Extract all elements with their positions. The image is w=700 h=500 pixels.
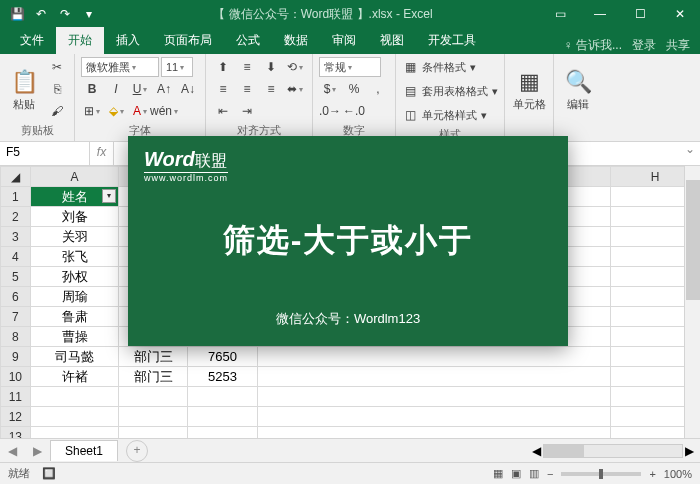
tab-layout[interactable]: 页面布局: [152, 27, 224, 54]
row-header[interactable]: 7: [1, 307, 31, 327]
font-name-select[interactable]: 微软雅黑: [81, 57, 159, 77]
align-bottom-icon[interactable]: ⬇: [260, 57, 282, 77]
login-link[interactable]: 登录: [632, 37, 656, 54]
cell[interactable]: 5253: [188, 367, 257, 387]
align-right-icon[interactable]: ≡: [260, 79, 282, 99]
tab-file[interactable]: 文件: [8, 27, 56, 54]
grow-font-icon[interactable]: A↑: [153, 79, 175, 99]
copy-icon[interactable]: ⎘: [46, 79, 68, 99]
row-header[interactable]: 1: [1, 187, 31, 207]
editing-button[interactable]: 🔍编辑: [560, 57, 596, 121]
minimize-icon[interactable]: —: [580, 0, 620, 28]
scroll-thumb[interactable]: [686, 180, 700, 300]
merge-button[interactable]: ⬌: [284, 79, 306, 99]
underline-button[interactable]: U: [129, 79, 151, 99]
tab-insert[interactable]: 插入: [104, 27, 152, 54]
undo-icon[interactable]: ↶: [34, 7, 48, 21]
cell[interactable]: [257, 347, 611, 367]
bold-button[interactable]: B: [81, 79, 103, 99]
zoom-slider[interactable]: [561, 472, 641, 476]
tab-home[interactable]: 开始: [56, 27, 104, 54]
align-top-icon[interactable]: ⬆: [212, 57, 234, 77]
tab-data[interactable]: 数据: [272, 27, 320, 54]
indent-dec-icon[interactable]: ⇤: [212, 101, 234, 121]
shrink-font-icon[interactable]: A↓: [177, 79, 199, 99]
fill-color-button[interactable]: ⬙: [105, 101, 127, 121]
tab-dev[interactable]: 开发工具: [416, 27, 488, 54]
percent-icon[interactable]: %: [343, 79, 365, 99]
view-pagebreak-icon[interactable]: ▥: [529, 467, 539, 480]
row-header[interactable]: 8: [1, 327, 31, 347]
align-left-icon[interactable]: ≡: [212, 79, 234, 99]
cell[interactable]: 曹操: [30, 327, 119, 347]
cell[interactable]: 鲁肃: [30, 307, 119, 327]
qat-more-icon[interactable]: ▾: [82, 7, 96, 21]
row-header[interactable]: 5: [1, 267, 31, 287]
cell[interactable]: 7650: [188, 347, 257, 367]
table-format-button[interactable]: ▤套用表格格式 ▾: [402, 81, 498, 101]
comma-icon[interactable]: ,: [367, 79, 389, 99]
expand-formula-icon[interactable]: ⌄: [680, 142, 700, 165]
sheet-tab[interactable]: Sheet1: [50, 440, 118, 461]
name-box[interactable]: F5: [0, 142, 90, 165]
cell[interactable]: [257, 367, 611, 387]
ribbon-options-icon[interactable]: ▭: [540, 0, 580, 28]
select-all-corner[interactable]: ◢: [1, 167, 31, 187]
row-header[interactable]: 12: [1, 407, 31, 427]
view-layout-icon[interactable]: ▣: [511, 467, 521, 480]
sheet-nav-next-icon[interactable]: ▶: [25, 444, 50, 458]
cell[interactable]: 关羽: [30, 227, 119, 247]
cell[interactable]: 司马懿: [30, 347, 119, 367]
cell-styles-button[interactable]: ◫单元格样式 ▾: [402, 105, 487, 125]
italic-button[interactable]: I: [105, 79, 127, 99]
share-button[interactable]: 共享: [666, 37, 690, 54]
hscroll-thumb[interactable]: [544, 445, 584, 457]
col-header-a[interactable]: A: [30, 167, 119, 187]
cell[interactable]: 许褚: [30, 367, 119, 387]
cells-button[interactable]: ▦单元格: [511, 57, 547, 121]
dec-decimal-icon[interactable]: ←.0: [343, 101, 365, 121]
view-normal-icon[interactable]: ▦: [493, 467, 503, 480]
number-format-select[interactable]: 常规: [319, 57, 381, 77]
zoom-in-icon[interactable]: +: [649, 468, 655, 480]
fx-icon[interactable]: fx: [90, 142, 114, 165]
row-header[interactable]: 4: [1, 247, 31, 267]
paste-button[interactable]: 📋粘贴: [6, 57, 42, 121]
conditional-format-button[interactable]: ▦条件格式 ▾: [402, 57, 476, 77]
row-header[interactable]: 6: [1, 287, 31, 307]
tell-me[interactable]: ♀ 告诉我...: [564, 37, 622, 54]
row-header[interactable]: 13: [1, 427, 31, 439]
cell[interactable]: 部门三: [119, 367, 188, 387]
vertical-scrollbar[interactable]: [684, 166, 700, 438]
row-header[interactable]: 10: [1, 367, 31, 387]
phonetic-button[interactable]: wén: [153, 101, 175, 121]
font-color-button[interactable]: A: [129, 101, 151, 121]
row-header[interactable]: 2: [1, 207, 31, 227]
align-center-icon[interactable]: ≡: [236, 79, 258, 99]
zoom-level[interactable]: 100%: [664, 468, 692, 480]
currency-icon[interactable]: $: [319, 79, 341, 99]
tab-formula[interactable]: 公式: [224, 27, 272, 54]
horizontal-scrollbar[interactable]: [543, 444, 683, 458]
cut-icon[interactable]: ✂: [46, 57, 68, 77]
hscroll-right-icon[interactable]: ▶: [685, 444, 694, 458]
row-header[interactable]: 9: [1, 347, 31, 367]
tab-review[interactable]: 审阅: [320, 27, 368, 54]
align-middle-icon[interactable]: ≡: [236, 57, 258, 77]
sheet-nav-prev-icon[interactable]: ◀: [0, 444, 25, 458]
tab-view[interactable]: 视图: [368, 27, 416, 54]
font-size-select[interactable]: 11: [161, 57, 193, 77]
inc-decimal-icon[interactable]: .0→: [319, 101, 341, 121]
zoom-out-icon[interactable]: −: [547, 468, 553, 480]
hscroll-left-icon[interactable]: ◀: [532, 444, 541, 458]
format-painter-icon[interactable]: 🖌: [46, 101, 68, 121]
close-icon[interactable]: ✕: [660, 0, 700, 28]
cell[interactable]: 张飞: [30, 247, 119, 267]
indent-inc-icon[interactable]: ⇥: [236, 101, 258, 121]
maximize-icon[interactable]: ☐: [620, 0, 660, 28]
redo-icon[interactable]: ↷: [58, 7, 72, 21]
border-button[interactable]: ⊞: [81, 101, 103, 121]
save-icon[interactable]: 💾: [10, 7, 24, 21]
cell[interactable]: 部门三: [119, 347, 188, 367]
add-sheet-button[interactable]: +: [126, 440, 148, 462]
